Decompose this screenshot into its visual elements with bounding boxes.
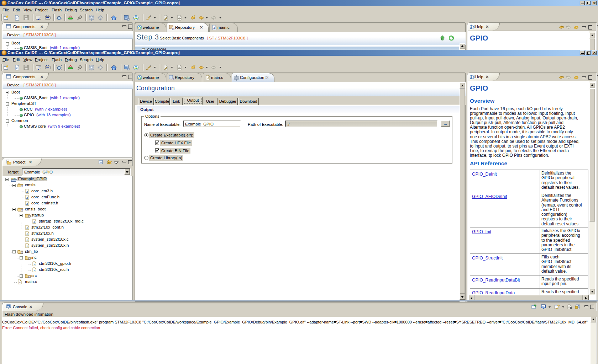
- svg-text:?: ?: [473, 76, 474, 79]
- svg-text:.c: .c: [213, 26, 216, 30]
- svg-text:?: ?: [473, 26, 474, 29]
- svg-text:.c: .c: [19, 281, 21, 284]
- svg-text:.c: .c: [207, 76, 209, 80]
- svg-text:.c: .c: [26, 226, 28, 230]
- svg-text:.c: .c: [33, 269, 35, 272]
- svg-text:.c: .c: [33, 263, 35, 266]
- svg-text:.c: .c: [26, 196, 28, 199]
- svg-text:.c: .c: [26, 202, 28, 205]
- svg-text:.c: .c: [26, 245, 28, 248]
- svg-text:.c: .c: [26, 232, 28, 236]
- svg-text:.c: .c: [26, 190, 28, 193]
- svg-text:.c: .c: [33, 220, 35, 224]
- svg-text:c: c: [14, 177, 16, 180]
- svg-text:.c: .c: [26, 239, 28, 242]
